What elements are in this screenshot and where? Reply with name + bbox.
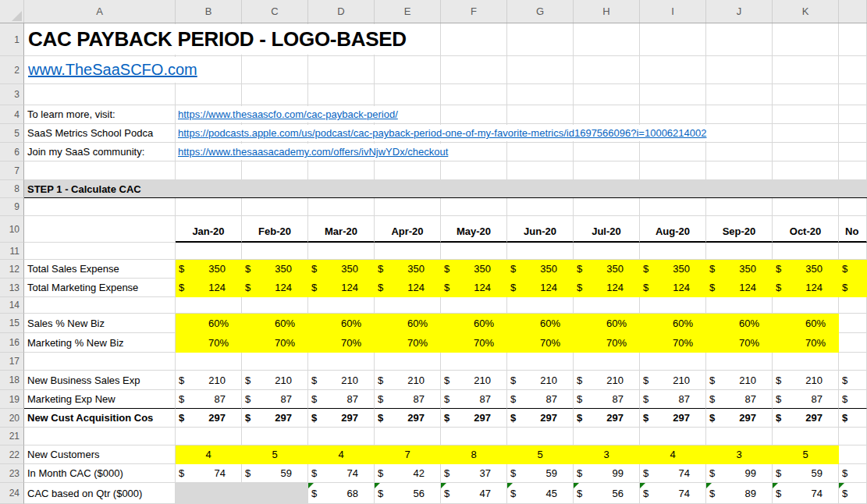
cell-E23[interactable]: $42 xyxy=(375,464,441,483)
cell-L22[interactable] xyxy=(839,445,867,464)
cell-L6[interactable] xyxy=(839,143,867,161)
cell-K12[interactable]: $350 xyxy=(773,260,839,279)
cell-K24[interactable]: $74 xyxy=(773,483,839,504)
cell-I3[interactable] xyxy=(640,84,706,105)
cell-E16[interactable]: 70% xyxy=(375,333,441,353)
cell-G9[interactable] xyxy=(507,198,574,216)
cell-H12[interactable]: $350 xyxy=(574,260,640,279)
cell-D10[interactable]: Mar-20 xyxy=(308,216,375,243)
cell-F2[interactable] xyxy=(441,56,507,84)
cell-L14[interactable] xyxy=(839,297,867,314)
column-header-C[interactable]: C xyxy=(242,0,308,23)
cell-I21[interactable] xyxy=(640,428,706,445)
cell-D23[interactable]: $74 xyxy=(308,464,375,483)
cell-E12[interactable]: $350 xyxy=(375,260,441,279)
cell-K15[interactable]: 60% xyxy=(773,314,839,333)
cell-D2[interactable] xyxy=(308,56,375,84)
cell-I17[interactable] xyxy=(640,353,706,371)
cell-J3[interactable] xyxy=(706,84,773,105)
cell-A15[interactable]: Sales % New Biz xyxy=(24,314,176,333)
cell-B23[interactable]: $74 xyxy=(176,464,242,483)
row-header-2[interactable]: 2 xyxy=(0,56,24,84)
cell-I2[interactable] xyxy=(640,56,706,84)
cell-G16[interactable]: 70% xyxy=(507,333,574,353)
cell-F15[interactable]: 60% xyxy=(441,314,507,333)
cell-K7[interactable] xyxy=(773,161,839,180)
cell-L16[interactable] xyxy=(839,333,867,353)
cell-L2[interactable] xyxy=(839,56,867,84)
cell-G17[interactable] xyxy=(507,353,574,371)
cell-D7[interactable] xyxy=(308,161,375,180)
cell-B3[interactable] xyxy=(176,84,242,105)
cell-C16[interactable]: 70% xyxy=(242,333,308,353)
cell-H22[interactable]: 3 xyxy=(574,445,640,464)
cell-A9[interactable] xyxy=(24,198,176,216)
cell-D15[interactable]: 60% xyxy=(308,314,375,333)
cell-J11[interactable] xyxy=(706,243,773,260)
cell-H10[interactable]: Jul-20 xyxy=(574,216,640,243)
cell-I6[interactable] xyxy=(640,143,706,161)
cell-D11[interactable] xyxy=(308,243,375,260)
cell-I19[interactable]: $87 xyxy=(640,390,706,409)
cell-C19[interactable]: $87 xyxy=(242,390,308,409)
cell-I15[interactable]: 60% xyxy=(640,314,706,333)
cell-F16[interactable]: 70% xyxy=(441,333,507,353)
cell-F7[interactable] xyxy=(441,161,507,180)
cell-K11[interactable] xyxy=(773,243,839,260)
cell-F14[interactable] xyxy=(441,297,507,314)
cell-J21[interactable] xyxy=(706,428,773,445)
cell-B17[interactable] xyxy=(176,353,242,371)
cell-A6[interactable]: Join my SaaS community: xyxy=(24,143,176,161)
cell-H17[interactable] xyxy=(574,353,640,371)
cell-J19[interactable]: $87 xyxy=(706,390,773,409)
cell-F17[interactable] xyxy=(441,353,507,371)
cell-F22[interactable]: 8 xyxy=(441,445,507,464)
row-header-23[interactable]: 23 xyxy=(0,464,24,483)
row-header-16[interactable]: 16 xyxy=(0,333,24,353)
cell-I4[interactable] xyxy=(640,105,706,124)
cell-K22[interactable]: 5 xyxy=(773,445,839,464)
cell-C10[interactable]: Feb-20 xyxy=(242,216,308,243)
cell-L5[interactable] xyxy=(839,124,867,143)
cell-I12[interactable]: $350 xyxy=(640,260,706,279)
cell-L20[interactable]: $ xyxy=(839,409,867,428)
cell-A19[interactable]: Marketing Exp New xyxy=(24,390,176,409)
row-header-17[interactable]: 17 xyxy=(0,353,24,371)
cell-A12[interactable]: Total Sales Expense xyxy=(24,260,176,279)
cell-C3[interactable] xyxy=(242,84,308,105)
column-header-H[interactable]: H xyxy=(574,0,640,23)
cell-L9[interactable] xyxy=(839,198,867,216)
cell-F9[interactable] xyxy=(441,198,507,216)
cell-H18[interactable]: $210 xyxy=(574,371,640,390)
cell-B24[interactable] xyxy=(176,483,242,504)
row-header-15[interactable]: 15 xyxy=(0,314,24,333)
cell-C9[interactable] xyxy=(242,198,308,216)
cell-G12[interactable]: $350 xyxy=(507,260,574,279)
cell-I7[interactable] xyxy=(640,161,706,180)
cell-L19[interactable]: $ xyxy=(839,390,867,409)
cell-G3[interactable] xyxy=(507,84,574,105)
cell-G14[interactable] xyxy=(507,297,574,314)
cell-A18[interactable]: New Business Sales Exp xyxy=(24,371,176,390)
cell-E22[interactable]: 7 xyxy=(375,445,441,464)
cell-A11[interactable] xyxy=(24,243,176,260)
cell-B18[interactable]: $210 xyxy=(176,371,242,390)
column-header-I[interactable]: I xyxy=(640,0,706,23)
cell-E19[interactable]: $87 xyxy=(375,390,441,409)
cell-G21[interactable] xyxy=(507,428,574,445)
cell-C12[interactable]: $350 xyxy=(242,260,308,279)
cell-L12[interactable]: $ xyxy=(839,260,867,279)
cell-B14[interactable] xyxy=(176,297,242,314)
info-link-url-3[interactable]: https://www.thesaasacademy.com/offers/iv… xyxy=(178,144,454,160)
cell-A7[interactable] xyxy=(24,161,176,180)
cell-D18[interactable]: $210 xyxy=(308,371,375,390)
cell-C15[interactable]: 60% xyxy=(242,314,308,333)
cell-E24[interactable]: $56 xyxy=(375,483,441,504)
row-header-21[interactable]: 21 xyxy=(0,428,24,445)
cell-L15[interactable] xyxy=(839,314,867,333)
cell-K9[interactable] xyxy=(773,198,839,216)
cell-C14[interactable] xyxy=(242,297,308,314)
cell-D17[interactable] xyxy=(308,353,375,371)
cell-A10[interactable] xyxy=(24,216,176,243)
cell-E10[interactable]: Apr-20 xyxy=(375,216,441,243)
